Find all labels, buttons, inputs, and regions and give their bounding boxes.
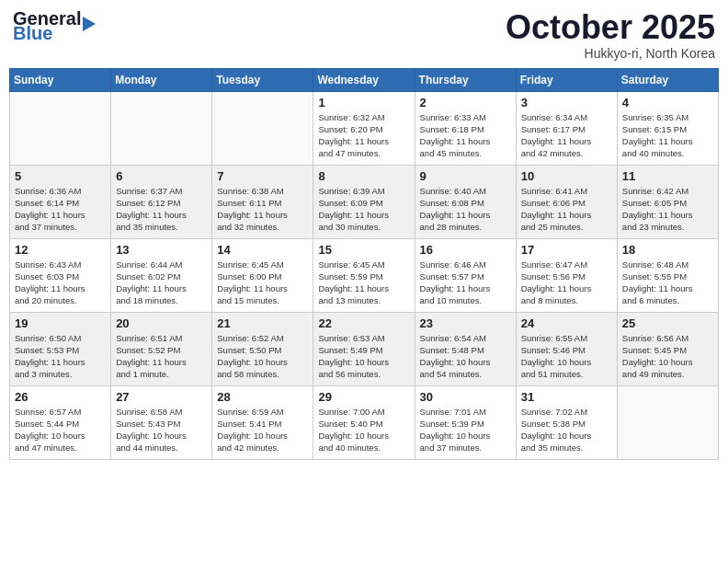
calendar-day-cell: 18Sunrise: 6:48 AM Sunset: 5:55 PM Dayli… [617,238,718,312]
day-number: 14 [217,243,308,257]
calendar-day-cell: 17Sunrise: 6:47 AM Sunset: 5:56 PM Dayli… [516,238,617,312]
day-number: 27 [116,390,207,404]
day-number: 19 [15,316,106,330]
day-info: Sunrise: 6:47 AM Sunset: 5:56 PM Dayligh… [521,259,612,307]
weekday-header-row: SundayMondayTuesdayWednesdayThursdayFrid… [10,68,719,91]
calendar-day-cell [617,385,718,459]
calendar-day-cell: 27Sunrise: 6:58 AM Sunset: 5:43 PM Dayli… [111,385,212,459]
day-info: Sunrise: 7:01 AM Sunset: 5:39 PM Dayligh… [420,406,511,454]
day-number: 23 [420,316,511,330]
day-info: Sunrise: 6:42 AM Sunset: 6:05 PM Dayligh… [622,185,713,234]
calendar-day-cell: 21Sunrise: 6:52 AM Sunset: 5:50 PM Dayli… [212,312,313,385]
day-info: Sunrise: 6:32 AM Sunset: 6:20 PM Dayligh… [318,111,409,160]
day-info: Sunrise: 6:59 AM Sunset: 5:41 PM Dayligh… [217,406,308,454]
calendar-table: SundayMondayTuesdayWednesdayThursdayFrid… [9,68,719,460]
day-info: Sunrise: 6:41 AM Sunset: 6:06 PM Dayligh… [521,185,612,234]
day-number: 28 [217,390,308,404]
day-number: 6 [116,169,207,183]
day-number: 20 [116,316,207,330]
day-number: 8 [318,169,409,183]
day-info: Sunrise: 7:02 AM Sunset: 5:38 PM Dayligh… [521,406,612,454]
weekday-header-saturday: Saturday [617,68,718,91]
day-number: 2 [420,96,511,109]
day-info: Sunrise: 6:56 AM Sunset: 5:45 PM Dayligh… [622,332,713,381]
calendar-day-cell: 25Sunrise: 6:56 AM Sunset: 5:45 PM Dayli… [617,312,718,385]
weekday-header-sunday: Sunday [10,68,111,91]
day-info: Sunrise: 6:33 AM Sunset: 6:18 PM Dayligh… [420,111,511,160]
day-number: 7 [217,169,308,183]
day-number: 30 [420,390,511,404]
day-number: 13 [116,243,207,257]
calendar-day-cell: 20Sunrise: 6:51 AM Sunset: 5:52 PM Dayli… [111,312,212,385]
day-info: Sunrise: 7:00 AM Sunset: 5:40 PM Dayligh… [318,406,409,454]
calendar-day-cell: 7Sunrise: 6:38 AM Sunset: 6:11 PM Daylig… [212,165,313,238]
day-number: 4 [622,96,713,109]
day-number: 12 [15,243,106,257]
day-info: Sunrise: 6:58 AM Sunset: 5:43 PM Dayligh… [116,406,207,454]
logo-blue: Blue [13,24,81,42]
calendar-day-cell: 30Sunrise: 7:01 AM Sunset: 5:39 PM Dayli… [415,385,516,459]
day-info: Sunrise: 6:48 AM Sunset: 5:55 PM Dayligh… [622,259,713,307]
calendar-day-cell: 8Sunrise: 6:39 AM Sunset: 6:09 PM Daylig… [313,165,415,238]
calendar-week-row-3: 12Sunrise: 6:43 AM Sunset: 6:03 PM Dayli… [10,238,719,312]
day-number: 24 [521,316,612,330]
calendar-day-cell: 10Sunrise: 6:41 AM Sunset: 6:06 PM Dayli… [516,165,617,238]
calendar-day-cell: 2Sunrise: 6:33 AM Sunset: 6:18 PM Daylig… [415,91,516,165]
calendar-day-cell: 12Sunrise: 6:43 AM Sunset: 6:03 PM Dayli… [10,238,111,312]
calendar-day-cell: 31Sunrise: 7:02 AM Sunset: 5:38 PM Dayli… [516,385,617,459]
day-number: 3 [521,96,612,109]
day-number: 11 [622,169,713,183]
calendar-day-cell: 26Sunrise: 6:57 AM Sunset: 5:44 PM Dayli… [10,385,111,459]
calendar-day-cell: 24Sunrise: 6:55 AM Sunset: 5:46 PM Dayli… [516,312,617,385]
page-header: General Blue October 2025 Hukkyo-ri, Nor… [9,9,719,61]
calendar-week-row-1: 1Sunrise: 6:32 AM Sunset: 6:20 PM Daylig… [10,91,719,165]
day-info: Sunrise: 6:39 AM Sunset: 6:09 PM Dayligh… [318,185,409,234]
day-info: Sunrise: 6:57 AM Sunset: 5:44 PM Dayligh… [15,406,106,454]
day-number: 16 [420,243,511,257]
weekday-header-wednesday: Wednesday [313,68,415,91]
calendar-day-cell: 19Sunrise: 6:50 AM Sunset: 5:53 PM Dayli… [10,312,111,385]
calendar-day-cell: 23Sunrise: 6:54 AM Sunset: 5:48 PM Dayli… [415,312,516,385]
day-info: Sunrise: 6:38 AM Sunset: 6:11 PM Dayligh… [217,185,308,234]
month-title: October 2025 [506,9,715,46]
calendar-week-row-5: 26Sunrise: 6:57 AM Sunset: 5:44 PM Dayli… [10,385,719,459]
calendar-day-cell: 6Sunrise: 6:37 AM Sunset: 6:12 PM Daylig… [111,165,212,238]
weekday-header-thursday: Thursday [415,68,516,91]
day-info: Sunrise: 6:55 AM Sunset: 5:46 PM Dayligh… [521,332,612,381]
day-number: 21 [217,316,308,330]
day-info: Sunrise: 6:34 AM Sunset: 6:17 PM Dayligh… [521,111,612,160]
calendar-day-cell [111,91,212,165]
day-info: Sunrise: 6:50 AM Sunset: 5:53 PM Dayligh… [15,332,106,381]
calendar-day-cell: 1Sunrise: 6:32 AM Sunset: 6:20 PM Daylig… [313,91,415,165]
day-number: 31 [521,390,612,404]
day-number: 10 [521,169,612,183]
day-number: 26 [15,390,106,404]
day-info: Sunrise: 6:44 AM Sunset: 6:02 PM Dayligh… [116,259,207,307]
weekday-header-monday: Monday [111,68,212,91]
logo: General Blue [13,9,96,42]
day-info: Sunrise: 6:51 AM Sunset: 5:52 PM Dayligh… [116,332,207,381]
weekday-header-tuesday: Tuesday [212,68,313,91]
calendar-day-cell: 5Sunrise: 6:36 AM Sunset: 6:14 PM Daylig… [10,165,111,238]
calendar-day-cell: 29Sunrise: 7:00 AM Sunset: 5:40 PM Dayli… [313,385,415,459]
title-area: October 2025 Hukkyo-ri, North Korea [506,9,715,61]
day-number: 18 [622,243,713,257]
day-info: Sunrise: 6:45 AM Sunset: 6:00 PM Dayligh… [217,259,308,307]
day-info: Sunrise: 6:52 AM Sunset: 5:50 PM Dayligh… [217,332,308,381]
day-number: 17 [521,243,612,257]
calendar-day-cell: 3Sunrise: 6:34 AM Sunset: 6:17 PM Daylig… [516,91,617,165]
day-info: Sunrise: 6:46 AM Sunset: 5:57 PM Dayligh… [420,259,511,307]
day-info: Sunrise: 6:40 AM Sunset: 6:08 PM Dayligh… [420,185,511,234]
day-number: 15 [318,243,409,257]
day-number: 1 [318,96,409,109]
location-subtitle: Hukkyo-ri, North Korea [506,46,715,61]
day-number: 9 [420,169,511,183]
day-number: 29 [318,390,409,404]
calendar-day-cell: 16Sunrise: 6:46 AM Sunset: 5:57 PM Dayli… [415,238,516,312]
calendar-day-cell: 11Sunrise: 6:42 AM Sunset: 6:05 PM Dayli… [617,165,718,238]
logo-arrow-icon [83,17,96,31]
calendar-day-cell: 22Sunrise: 6:53 AM Sunset: 5:49 PM Dayli… [313,312,415,385]
day-info: Sunrise: 6:43 AM Sunset: 6:03 PM Dayligh… [15,259,106,307]
calendar-week-row-2: 5Sunrise: 6:36 AM Sunset: 6:14 PM Daylig… [10,165,719,238]
day-info: Sunrise: 6:37 AM Sunset: 6:12 PM Dayligh… [116,185,207,234]
